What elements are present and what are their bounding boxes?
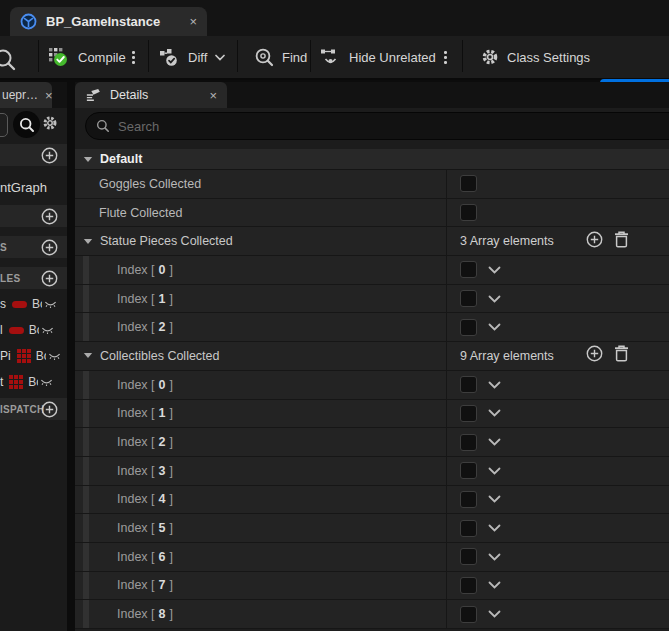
chevron-down-icon[interactable] <box>488 438 501 446</box>
array-element-row: Index [7] <box>75 572 669 601</box>
checkbox[interactable] <box>460 261 477 278</box>
gear-icon[interactable] <box>42 115 58 131</box>
property-label: Goggles Collected <box>75 177 201 191</box>
hide-unrelated-options-menu-icon[interactable] <box>444 51 447 64</box>
variable-row[interactable]: lBo <box>0 317 67 343</box>
variable-name-fragment: l <box>0 323 3 337</box>
checkbox[interactable] <box>460 520 477 537</box>
checkbox[interactable] <box>460 175 477 192</box>
delete-array-button[interactable] <box>614 345 629 366</box>
chevron-down-icon[interactable] <box>488 581 501 589</box>
element-index-label: Index [4] <box>75 492 173 506</box>
add-button[interactable] <box>41 208 58 229</box>
checkbox[interactable] <box>460 606 477 623</box>
my-blueprint-section-header[interactable]: ISPATCH <box>0 398 67 420</box>
element-value-cell <box>447 543 669 571</box>
property-label: Flute Collected <box>75 206 182 220</box>
close-icon[interactable]: × <box>189 15 197 28</box>
variable-row[interactable]: sBo <box>0 291 67 317</box>
add-button[interactable] <box>41 401 58 422</box>
my-blueprint-section-header[interactable]: LES <box>0 267 67 289</box>
asset-tab-bp-gameinstance[interactable]: BP_GameInstance × <box>10 7 207 36</box>
checkbox[interactable] <box>460 577 477 594</box>
my-blueprint-section-header[interactable] <box>0 205 67 227</box>
collapse-arrow-icon[interactable] <box>83 156 93 163</box>
section-label: LES <box>0 273 20 284</box>
my-blueprint-tab-label: uepr… <box>2 88 38 102</box>
panel-divider[interactable] <box>67 82 75 631</box>
property-label-cell: Goggles Collected <box>75 170 447 198</box>
compile-button[interactable]: Compile <box>48 36 126 78</box>
compile-options-menu-icon[interactable] <box>132 51 135 64</box>
checkbox[interactable] <box>460 204 477 221</box>
details-search-box[interactable] <box>85 112 669 140</box>
element-label-cell: Index [7] <box>75 572 447 600</box>
boolean-type-icon <box>9 327 24 334</box>
cutoff-tool-icon[interactable] <box>0 47 17 71</box>
variable-type-label: Bo <box>36 349 46 363</box>
boolean-array-type-icon <box>9 375 23 389</box>
eye-closed-icon[interactable] <box>41 321 54 339</box>
hide-unrelated-button[interactable]: Hide Unrelated <box>320 36 436 78</box>
variable-row[interactable]: tBo <box>0 369 67 395</box>
class-settings-button[interactable]: Class Settings <box>481 36 590 78</box>
category-label: Default <box>100 152 142 166</box>
chevron-down-icon[interactable] <box>488 495 501 503</box>
checkbox[interactable] <box>460 434 477 451</box>
element-value-cell <box>447 600 669 628</box>
eye-closed-icon[interactable] <box>44 295 57 313</box>
array-property-row: Collectibles Collected9 Array elements <box>75 342 669 371</box>
checkbox[interactable] <box>460 319 477 336</box>
details-tab[interactable]: Details × <box>75 82 227 108</box>
array-element-row: Index [4] <box>75 486 669 515</box>
my-blueprint-section-header[interactable]: S <box>0 236 67 258</box>
category-header-default[interactable]: Default <box>75 149 669 170</box>
indent-strip <box>83 371 89 399</box>
element-value-cell <box>447 256 669 284</box>
boolean-type-icon <box>12 301 27 308</box>
close-icon[interactable]: × <box>209 89 217 102</box>
element-label-cell: Index [1] <box>75 285 447 313</box>
checkbox[interactable] <box>460 405 477 422</box>
add-button[interactable] <box>41 239 58 260</box>
variable-row[interactable]: PiBo <box>0 343 67 369</box>
sidebar-item-eventgraph[interactable]: ntGraph <box>0 176 67 198</box>
add-button[interactable] <box>41 147 58 168</box>
diff-button[interactable]: Diff <box>159 36 225 78</box>
collapse-arrow-icon[interactable] <box>83 352 93 359</box>
search-input[interactable] <box>118 119 669 134</box>
array-property-row: Statue Pieces Collected3 Array elements <box>75 227 669 256</box>
my-blueprint-section-header[interactable] <box>0 144 67 166</box>
chevron-down-icon[interactable] <box>488 381 501 389</box>
eye-closed-icon[interactable] <box>48 347 61 365</box>
eye-closed-icon[interactable] <box>40 373 53 391</box>
chevron-down-icon[interactable] <box>488 266 501 274</box>
checkbox[interactable] <box>460 548 477 565</box>
chevron-down-icon[interactable] <box>488 610 501 618</box>
checkbox[interactable] <box>460 462 477 479</box>
element-label-cell: Index [3] <box>75 457 447 485</box>
chevron-down-icon[interactable] <box>488 524 501 532</box>
element-value-cell <box>447 313 669 341</box>
add-element-button[interactable] <box>586 231 603 252</box>
unreal-blueprint-editor: BP_GameInstance × Compile <box>0 0 669 631</box>
delete-array-button[interactable] <box>614 231 629 252</box>
compile-label: Compile <box>78 50 126 65</box>
chevron-down-icon[interactable] <box>488 409 501 417</box>
add-element-button[interactable] <box>586 345 603 366</box>
find-button[interactable]: Find <box>254 36 307 78</box>
element-index-label: Index [1] <box>75 406 173 420</box>
checkbox[interactable] <box>460 376 477 393</box>
chevron-down-icon[interactable] <box>488 323 501 331</box>
close-icon[interactable]: × <box>45 89 53 102</box>
checkbox[interactable] <box>460 491 477 508</box>
search-input-fragment[interactable] <box>0 113 8 137</box>
checkbox[interactable] <box>460 290 477 307</box>
add-button[interactable] <box>41 270 58 291</box>
chevron-down-icon[interactable] <box>488 553 501 561</box>
chevron-down-icon[interactable] <box>488 295 501 303</box>
search-button[interactable] <box>13 111 40 138</box>
chevron-down-icon[interactable] <box>488 467 501 475</box>
my-blueprint-tab[interactable]: uepr… × <box>0 82 52 108</box>
collapse-arrow-icon[interactable] <box>83 238 93 245</box>
